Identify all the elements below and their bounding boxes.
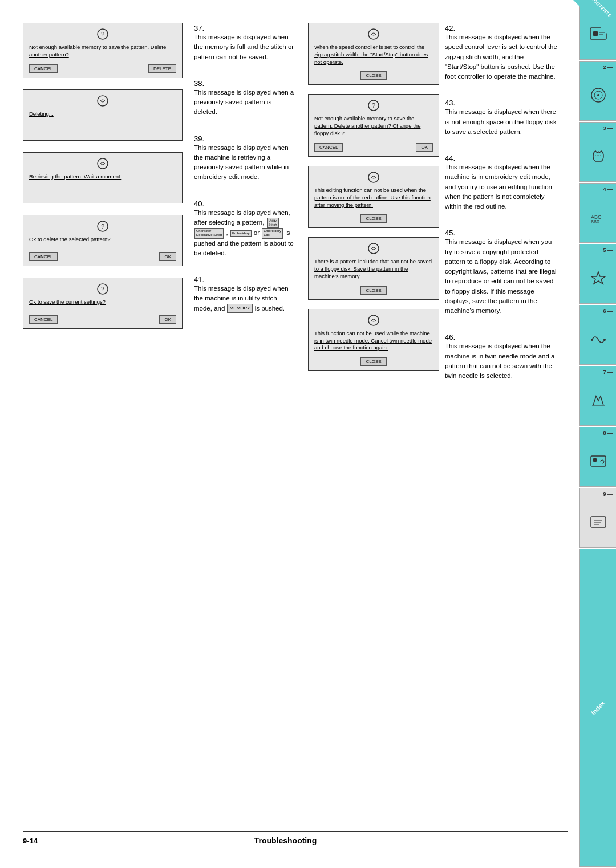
entry-44-desc: This message is displayed when the machi…	[445, 162, 559, 211]
panel-43: ? Not enough available memory to save th…	[308, 94, 439, 156]
panel-37-text: Not enough available memory to save the …	[29, 44, 176, 59]
svg-text:?: ?	[372, 102, 375, 109]
panel-44: This editing function can not be used wh…	[308, 166, 439, 228]
page-footer: 9-14 Troubleshooting	[23, 831, 568, 845]
entry-45-num: 45.	[445, 227, 559, 237]
panel-45-close[interactable]: CLOSE	[360, 286, 386, 295]
panel-38-text: Deleting...	[29, 111, 176, 118]
panel-38-icon	[29, 95, 176, 107]
entry-46-desc: This message is displayed when the machi…	[445, 341, 559, 381]
sidebar-tab-3[interactable]: 3 —	[579, 122, 616, 182]
entry-42-desc: This message is displayed when the speed…	[445, 32, 559, 81]
panel-39-icon	[29, 157, 176, 170]
svg-point-12	[368, 243, 379, 254]
panel-37-cancel[interactable]: CANCEL	[29, 64, 58, 73]
entry-40-desc: This message is displayed when, after se…	[194, 208, 297, 259]
svg-point-2	[98, 96, 108, 106]
sidebar-tab-5[interactable]: 5 —	[579, 244, 616, 304]
sidebar-tab-index[interactable]: Index	[579, 549, 616, 867]
entry-38-num: 38.	[194, 78, 297, 88]
panel-40: ? Ok to delete the selected pattern? CAN…	[23, 215, 183, 266]
panel-43-ok[interactable]: OK	[416, 143, 433, 152]
panel-46-text: This function can not be used while the …	[314, 330, 433, 352]
panel-39-text: Retrieving the pattern. Wait a moment.	[29, 173, 176, 181]
panel-43-buttons: CANCEL OK	[314, 140, 433, 152]
svg-text:?: ?	[101, 286, 104, 292]
panel-42-text: When the speed controller is set to cont…	[314, 44, 433, 66]
svg-text:?: ?	[101, 31, 104, 38]
svg-point-11	[368, 172, 379, 182]
entry-38: 38. This message is displayed when a pre…	[194, 78, 297, 117]
panel-40-ok[interactable]: OK	[159, 252, 176, 261]
svg-point-13	[368, 315, 379, 325]
entry-41-num: 41.	[194, 274, 297, 284]
panel-44-text: This editing function can not be used wh…	[314, 187, 433, 209]
tab-9-icon-area: 9 —	[580, 488, 616, 547]
panel-45-buttons: CLOSE	[314, 283, 433, 295]
entry-44: 44. This message is displayed when the m…	[445, 153, 559, 211]
panel-43-text: Not enough available memory to save the …	[314, 115, 433, 137]
panel-42: When the speed controller is set to cont…	[308, 23, 439, 85]
panel-42-icon	[314, 28, 433, 40]
panel-44-close[interactable]: CLOSE	[360, 214, 386, 223]
panel-41-ok[interactable]: OK	[159, 315, 176, 324]
sidebar-tab-9[interactable]: 9 —	[579, 488, 616, 548]
panel-37: ? Not enough available memory to save th…	[23, 23, 183, 78]
memory-btn: MEMORY	[227, 304, 253, 313]
entry-40: 40. This message is displayed when, afte…	[194, 198, 297, 259]
panel-37-delete[interactable]: DELETE	[148, 64, 176, 73]
tab-7-icon-area: 7 —	[580, 366, 616, 425]
svg-text:660: 660	[591, 219, 599, 225]
sidebar-tab-7[interactable]: 7 —	[579, 366, 616, 426]
entry-41-desc2: is pushed.	[255, 305, 285, 312]
sidebar-tab-4[interactable]: 4 — ABC 660	[579, 183, 616, 243]
panel-42-buttons: CLOSE	[314, 68, 433, 80]
entry-41: 41. This message is displayed when the m…	[194, 274, 297, 313]
corner-tab: CONTENTS	[573, 0, 616, 43]
panel-41: ? Ok to save the current settings? CANCE…	[23, 278, 183, 329]
page-title: Troubleshooting	[254, 836, 317, 845]
entry-37-desc: This message is displayed when the memor…	[194, 32, 297, 62]
svg-point-30	[601, 460, 604, 463]
panel-44-buttons: CLOSE	[314, 211, 433, 223]
svg-point-8	[368, 29, 379, 39]
svg-rect-28	[591, 456, 606, 466]
panel-40-icon: ?	[29, 220, 176, 233]
entry-45: 45. This message is displayed when you t…	[445, 227, 559, 316]
entry-39: 39. This message is displayed when the m…	[194, 133, 297, 182]
panel-44-icon	[314, 171, 433, 184]
svg-point-20	[597, 94, 599, 96]
entry-39-num: 39.	[194, 133, 297, 143]
entry-46: 46. This message is displayed when the m…	[445, 332, 559, 381]
entry-41-desc: This message is displayed when the machi…	[194, 284, 297, 313]
sidebar-tab-8[interactable]: 8 —	[579, 427, 616, 487]
svg-point-26	[603, 339, 606, 341]
panel-40-text: Ok to delete the selected pattern?	[29, 236, 176, 243]
panel-45: There is a pattern included that can not…	[308, 237, 439, 299]
page-number: 9-14	[23, 837, 38, 845]
panel-46-buttons: CLOSE	[314, 354, 433, 366]
panel-40-cancel[interactable]: CANCEL	[29, 252, 58, 261]
entry-40-comma: ,	[226, 229, 228, 236]
entry-38-desc: This message is displayed when a previou…	[194, 88, 297, 117]
panel-42-close[interactable]: CLOSE	[360, 71, 386, 80]
entry-44-num: 44.	[445, 153, 559, 162]
corner-tab-label: CONTENTS	[590, 0, 613, 19]
tab-2-icon-area: 2 —	[580, 62, 616, 120]
sidebar-tab-2[interactable]: 2 —	[579, 61, 616, 121]
svg-text:?: ?	[101, 223, 104, 230]
svg-marker-24	[591, 272, 605, 284]
panel-40-buttons: CANCEL OK	[29, 249, 176, 261]
tab-6-icon-area: 6 —	[580, 305, 616, 364]
panel-38: Deleting...	[23, 89, 183, 141]
sidebar-tab-6[interactable]: 6 —	[579, 305, 616, 365]
entry-39-desc: This message is displayed when the machi…	[194, 143, 297, 182]
panel-43-cancel[interactable]: CANCEL	[314, 143, 343, 152]
tab-5-icon-area: 5 —	[580, 244, 616, 303]
svg-rect-31	[591, 517, 606, 527]
panel-46: This function can not be used while the …	[308, 309, 439, 371]
entry-46-num: 46.	[445, 332, 559, 341]
embroidery-edit-btn: EmbroideryEdit	[262, 228, 283, 238]
panel-46-close[interactable]: CLOSE	[360, 357, 386, 366]
panel-41-cancel[interactable]: CANCEL	[29, 315, 58, 324]
